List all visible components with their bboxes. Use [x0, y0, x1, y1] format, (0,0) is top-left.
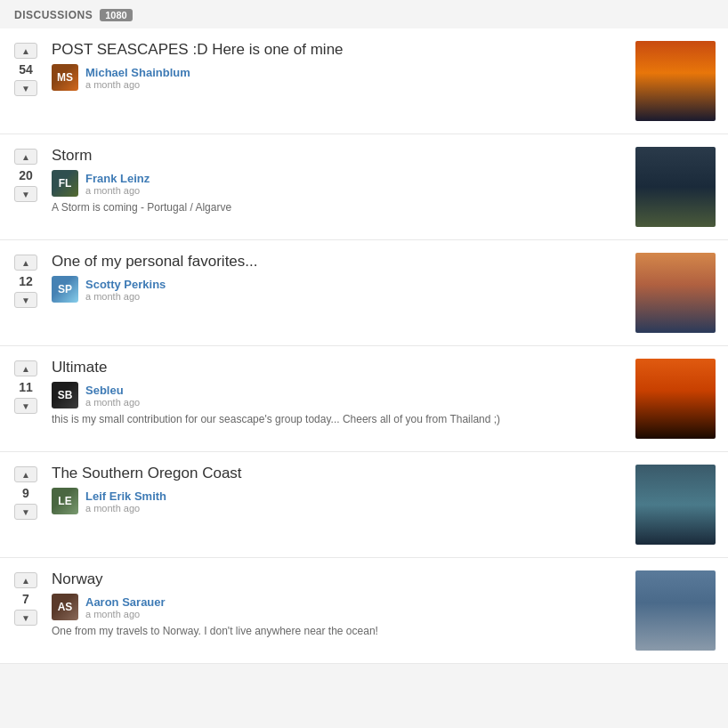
- vote-count: 11: [19, 376, 33, 398]
- discussion-title[interactable]: The Southern Oregon Coast: [52, 465, 625, 482]
- avatar: AS: [52, 594, 78, 620]
- avatar: MS: [52, 64, 78, 91]
- author-name[interactable]: Sebleu: [85, 384, 140, 397]
- vote-down-button[interactable]: ▼: [14, 292, 37, 308]
- vote-block: ▲ 20 ▼: [9, 149, 43, 202]
- post-time: a month ago: [85, 185, 150, 196]
- discussions-label: DISCUSSIONS: [14, 9, 93, 21]
- vote-block: ▲ 7 ▼: [9, 572, 43, 626]
- author-info: Leif Erik Smith a month ago: [85, 489, 166, 514]
- vote-up-button[interactable]: ▲: [14, 572, 37, 588]
- discussion-item: ▲ 20 ▼ Storm FL Frank Leinz a month ago …: [0, 134, 728, 240]
- discussion-item: ▲ 12 ▼ One of my personal favorites... S…: [0, 240, 728, 346]
- discussion-item: ▲ 54 ▼ POST SEASCAPES :D Here is one of …: [0, 28, 728, 134]
- post-time: a month ago: [85, 609, 166, 619]
- vote-block: ▲ 11 ▼: [9, 360, 43, 414]
- discussions-header: DISCUSSIONS 1080: [0, 0, 728, 28]
- author-name[interactable]: Leif Erik Smith: [85, 489, 166, 503]
- discussion-content: Storm FL Frank Leinz a month ago A Storm…: [52, 147, 625, 214]
- author-name[interactable]: Aaron Sarauer: [85, 595, 166, 609]
- discussion-thumbnail[interactable]: [635, 253, 716, 333]
- vote-up-button[interactable]: ▲: [14, 255, 37, 271]
- discussion-content: Ultimate SB Sebleu a month ago this is m…: [52, 359, 625, 425]
- author-info: Sebleu a month ago: [85, 384, 140, 408]
- vote-block: ▲ 9 ▼: [9, 466, 43, 520]
- discussion-thumbnail[interactable]: [635, 147, 716, 227]
- discussion-content: Norway AS Aaron Sarauer a month ago One …: [52, 570, 625, 637]
- discussion-title[interactable]: POST SEASCAPES :D Here is one of mine: [52, 41, 625, 59]
- discussions-count: 1080: [100, 9, 132, 21]
- vote-count: 12: [19, 271, 33, 292]
- discussion-content: One of my personal favorites... SP Scott…: [52, 253, 625, 307]
- vote-down-button[interactable]: ▼: [14, 186, 37, 202]
- vote-up-button[interactable]: ▲: [14, 466, 37, 482]
- discussion-item: ▲ 9 ▼ The Southern Oregon Coast LE Leif …: [0, 452, 728, 558]
- discussion-description: A Storm is coming - Portugal / Algarve: [52, 201, 625, 214]
- vote-count: 9: [22, 482, 29, 504]
- post-time: a month ago: [85, 291, 166, 302]
- author-row: MS Michael Shainblum a month ago: [52, 64, 625, 91]
- vote-count: 7: [22, 588, 29, 610]
- author-name[interactable]: Michael Shainblum: [85, 66, 190, 79]
- vote-up-button[interactable]: ▲: [14, 149, 37, 165]
- post-time: a month ago: [85, 397, 140, 408]
- discussion-list: ▲ 54 ▼ POST SEASCAPES :D Here is one of …: [0, 28, 728, 664]
- author-info: Aaron Sarauer a month ago: [85, 595, 166, 619]
- author-name[interactable]: Scotty Perkins: [85, 278, 166, 291]
- discussion-title[interactable]: One of my personal favorites...: [52, 253, 625, 271]
- author-row: LE Leif Erik Smith a month ago: [52, 488, 625, 514]
- author-info: Scotty Perkins a month ago: [85, 278, 166, 302]
- avatar: FL: [52, 170, 78, 197]
- vote-count: 20: [19, 165, 33, 186]
- author-name[interactable]: Frank Leinz: [85, 172, 150, 185]
- avatar: LE: [52, 488, 78, 514]
- author-row: AS Aaron Sarauer a month ago: [52, 594, 625, 620]
- author-row: SP Scotty Perkins a month ago: [52, 276, 625, 303]
- vote-block: ▲ 12 ▼: [9, 255, 43, 308]
- discussion-thumbnail[interactable]: [635, 41, 716, 121]
- vote-block: ▲ 54 ▼: [9, 43, 43, 96]
- discussion-content: POST SEASCAPES :D Here is one of mine MS…: [52, 41, 625, 95]
- discussion-thumbnail[interactable]: [635, 570, 716, 651]
- discussion-title[interactable]: Ultimate: [52, 359, 625, 376]
- vote-down-button[interactable]: ▼: [14, 610, 37, 626]
- discussion-description: One from my travels to Norway. I don't l…: [52, 625, 625, 637]
- vote-down-button[interactable]: ▼: [14, 398, 37, 414]
- discussion-item: ▲ 11 ▼ Ultimate SB Sebleu a month ago th…: [0, 346, 728, 452]
- discussion-description: this is my small contribution for our se…: [52, 413, 625, 425]
- author-row: FL Frank Leinz a month ago: [52, 170, 625, 197]
- vote-down-button[interactable]: ▼: [14, 80, 37, 96]
- discussion-content: The Southern Oregon Coast LE Leif Erik S…: [52, 465, 625, 519]
- author-info: Michael Shainblum a month ago: [85, 66, 190, 90]
- author-row: SB Sebleu a month ago: [52, 382, 625, 408]
- vote-down-button[interactable]: ▼: [14, 504, 37, 520]
- author-info: Frank Leinz a month ago: [85, 172, 150, 196]
- vote-count: 54: [19, 59, 33, 80]
- vote-up-button[interactable]: ▲: [14, 43, 37, 59]
- discussion-thumbnail[interactable]: [635, 359, 716, 439]
- discussion-item: ▲ 7 ▼ Norway AS Aaron Sarauer a month ag…: [0, 558, 728, 664]
- vote-up-button[interactable]: ▲: [14, 360, 37, 376]
- discussion-title[interactable]: Norway: [52, 570, 625, 588]
- avatar: SP: [52, 276, 78, 303]
- discussion-thumbnail[interactable]: [635, 465, 716, 545]
- discussion-title[interactable]: Storm: [52, 147, 625, 165]
- post-time: a month ago: [85, 503, 166, 514]
- avatar: SB: [52, 382, 78, 408]
- post-time: a month ago: [85, 79, 190, 90]
